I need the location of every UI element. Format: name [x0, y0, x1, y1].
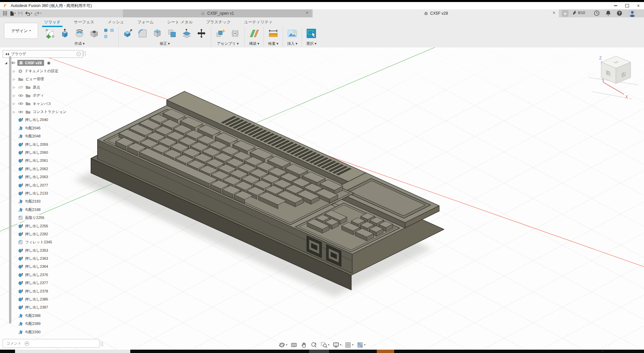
move-copy-button[interactable] — [195, 27, 207, 40]
offset-face-button[interactable] — [181, 27, 193, 40]
display-settings-button[interactable]: ▾ — [333, 342, 341, 348]
panel-resize-grip[interactable] — [84, 51, 86, 56]
zoom-button[interactable] — [311, 342, 317, 348]
workspace-tab-3[interactable]: メッシュ — [107, 18, 125, 26]
browser-node-4[interactable]: ▷ボディ — [3, 92, 70, 100]
save-button[interactable] — [18, 11, 23, 16]
app-menu-button[interactable] — [3, 11, 7, 16]
shell-button[interactable] — [151, 27, 163, 40]
viewport-canvas[interactable]: ブラウザ ◢CX5F v28◉▷ドキュメントの設定▷ビュー管理▷原点▷ボディ▷キ… — [0, 47, 644, 350]
ribbon-group-label[interactable]: 検査 ▾ — [268, 41, 279, 46]
pattern-button[interactable] — [103, 27, 115, 40]
tab-close-icon[interactable]: ✕ — [552, 11, 555, 15]
comment-resize-grip[interactable] — [101, 342, 103, 346]
browser-feature-item[interactable]: 押し出し2062 — [3, 165, 70, 173]
workspace-tab-6[interactable]: プラスチック — [205, 18, 231, 26]
notifications-button[interactable] — [606, 10, 611, 16]
browser-feature-item[interactable]: 勾配2389 — [3, 320, 70, 328]
browser-feature-item[interactable]: 押し出し2061 — [3, 157, 70, 165]
document-tab-active[interactable]: CX5F v28 ✕ — [313, 9, 559, 17]
workspace-tab-4[interactable]: フォーム — [137, 18, 154, 26]
ribbon-group-label[interactable]: 挿入 ▾ — [287, 41, 298, 46]
browser-feature-item[interactable]: フィレット2345 — [3, 238, 70, 246]
maximize-button[interactable] — [621, 2, 633, 9]
browser-feature-item[interactable]: 面取り2255 — [3, 214, 70, 222]
look-at-button[interactable] — [291, 342, 297, 348]
close-button[interactable]: × — [633, 2, 644, 9]
new-component-button[interactable] — [214, 27, 226, 40]
minimize-button[interactable] — [610, 2, 621, 9]
revolve-button[interactable] — [73, 27, 86, 40]
workspace-tab-2[interactable]: サーフェス — [73, 18, 95, 26]
browser-feature-item[interactable]: 押し出し2376 — [3, 271, 70, 279]
ribbon-group-label[interactable]: アセンブリ ▾ — [217, 41, 239, 46]
workspace-selector[interactable]: デザイン▾ — [4, 23, 38, 39]
comment-settings-icon[interactable] — [25, 341, 29, 346]
browser-feature-item[interactable]: 押し出し2364 — [3, 263, 70, 271]
orbit-button[interactable]: ▾ — [279, 342, 287, 348]
browser-feature-item[interactable]: 押し出し2256 — [3, 222, 70, 230]
new-tab-button[interactable]: + — [562, 10, 569, 17]
fillet-button[interactable] — [137, 27, 149, 40]
browser-feature-item[interactable]: 押し出し2353 — [3, 246, 70, 254]
browser-panel-header[interactable]: ブラウザ — [3, 50, 83, 58]
activate-component-radio[interactable]: ◉ — [47, 61, 50, 65]
browser-feature-item[interactable]: 勾配2390 — [3, 328, 70, 336]
undo-button[interactable]: ▾ — [25, 11, 32, 16]
redo-button[interactable]: ▾ — [34, 11, 41, 16]
browser-feature-item[interactable]: 押し出し2133 — [3, 189, 70, 197]
collapse-arrow-icon[interactable]: ◢ — [4, 61, 8, 65]
browser-feature-item[interactable]: 勾配2188 — [3, 206, 70, 214]
browser-feature-item[interactable]: 押し出し2077 — [3, 181, 70, 189]
insert-button[interactable] — [286, 27, 298, 40]
ribbon-group-label[interactable]: 修正 ▾ — [160, 41, 170, 46]
browser-node-3[interactable]: ▷原点 — [3, 83, 70, 91]
help-button[interactable]: ? — [617, 10, 622, 16]
construction-plane-button[interactable] — [248, 27, 260, 40]
viewcube-cube[interactable]: 上 前 右 — [601, 56, 631, 84]
expand-arrow-icon[interactable]: ▷ — [12, 110, 16, 114]
browser-root-row[interactable]: ◢CX5F v28◉ — [3, 59, 70, 67]
browser-feature-item[interactable]: 押し出し2059 — [3, 140, 70, 148]
panel-display-settings-icon[interactable] — [76, 52, 81, 56]
job-status-button[interactable]: 9/10 — [572, 10, 585, 15]
workspace-tab-5[interactable]: シート メタル — [166, 18, 193, 26]
account-avatar[interactable] — [629, 10, 636, 17]
browser-feature-item[interactable]: 押し出し2060 — [3, 148, 70, 156]
viewports-button[interactable]: ▾ — [357, 342, 365, 348]
root-component-selected[interactable]: CX5F v28 — [17, 60, 44, 66]
browser-feature-item[interactable]: 押し出し2378 — [3, 287, 70, 295]
ribbon-group-label[interactable]: 構築 ▾ — [249, 41, 260, 46]
viewcube[interactable]: 上 前 右 Z X — [589, 51, 642, 102]
zoom-window-button[interactable]: ▾ — [321, 342, 329, 348]
browser-node-2[interactable]: ▷ビュー管理 — [3, 75, 70, 83]
press-pull-button[interactable] — [122, 27, 134, 40]
browser-feature-item[interactable]: 勾配2388 — [3, 312, 70, 320]
browser-feature-item[interactable]: 勾配2048 — [3, 132, 70, 140]
expand-arrow-icon[interactable]: ▷ — [12, 94, 16, 97]
browser-feature-item[interactable]: 押し出し2040 — [3, 116, 70, 124]
workspace-tab-7[interactable]: ユーティリティ — [244, 18, 274, 26]
expand-arrow-icon[interactable]: ▷ — [12, 78, 16, 81]
comment-input[interactable]: コメント — [3, 339, 100, 348]
browser-feature-item[interactable]: 勾配2183 — [3, 198, 70, 206]
document-tab-inactive[interactable]: CX5F_open v1 ✕ — [123, 9, 312, 17]
measure-button[interactable] — [267, 27, 279, 40]
extrude-button[interactable] — [59, 27, 71, 40]
3d-viewport-model[interactable] — [0, 47, 644, 350]
browser-feature-item[interactable]: 押し出し2063 — [3, 173, 70, 181]
ribbon-group-label[interactable]: 選択 ▾ — [306, 41, 317, 46]
expand-arrow-icon[interactable]: ▷ — [12, 70, 16, 73]
browser-feature-item[interactable]: 押し出し2282 — [3, 230, 70, 238]
expand-arrow-icon[interactable]: ▷ — [12, 86, 16, 89]
pan-button[interactable] — [301, 342, 307, 348]
notifications-history-button[interactable] — [594, 10, 600, 16]
expand-arrow-icon[interactable]: ▷ — [12, 102, 16, 105]
select-button[interactable] — [305, 27, 317, 40]
browser-feature-item[interactable]: 押し出し2386 — [3, 295, 70, 303]
tab-close-icon[interactable]: ✕ — [306, 11, 309, 15]
file-menu-button[interactable]: ▾ — [10, 11, 16, 16]
grid-settings-button[interactable]: ▾ — [345, 342, 353, 348]
browser-scrollbar[interactable] — [9, 56, 11, 324]
browser-feature-item[interactable]: 押し出し2377 — [3, 279, 70, 287]
